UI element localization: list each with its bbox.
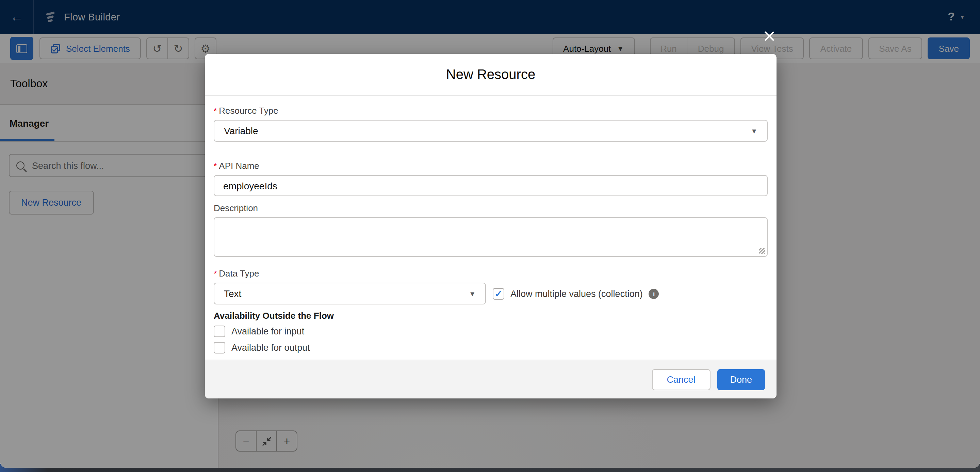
availability-heading: Availability Outside the Flow — [214, 311, 768, 321]
cancel-label: Cancel — [667, 374, 695, 384]
resource-type-combobox[interactable]: Variable ▼ — [214, 120, 768, 142]
modal-footer: Cancel Done — [205, 360, 776, 399]
new-resource-modal: New Resource * Resource Type Variable ▼ … — [205, 54, 776, 399]
required-asterisk: * — [214, 269, 217, 279]
description-textarea[interactable] — [214, 217, 768, 257]
available-for-input-label: Available for input — [231, 326, 304, 336]
required-asterisk: * — [214, 106, 217, 116]
done-button[interactable]: Done — [717, 369, 765, 390]
resource-type-label: * Resource Type — [214, 105, 768, 116]
api-name-input[interactable] — [214, 175, 768, 196]
caret-down-icon: ▼ — [469, 290, 476, 297]
allow-multiple-label: Allow multiple values (collection) — [511, 289, 643, 299]
available-for-output-checkbox[interactable]: ✓ — [214, 342, 225, 354]
modal-body: * Resource Type Variable ▼ * API Name De… — [205, 96, 776, 360]
required-asterisk: * — [214, 161, 217, 171]
close-modal-button[interactable]: × — [762, 27, 776, 44]
data-type-col: Text ▼ — [214, 283, 486, 305]
available-for-input-row: ✓ Available for input — [214, 325, 768, 337]
modal-title: New Resource — [446, 67, 535, 83]
screen: ← Flow Builder ? ▾ — [0, 0, 980, 472]
api-name-label: * API Name — [214, 161, 768, 171]
available-for-output-row: ✓ Available for output — [214, 342, 768, 354]
check-icon: ✓ — [495, 289, 502, 298]
data-type-value: Text — [224, 288, 241, 299]
done-label: Done — [730, 374, 752, 384]
resize-grip-icon[interactable] — [759, 248, 765, 254]
data-type-label: * Data Type — [214, 268, 768, 279]
caret-down-icon: ▼ — [751, 127, 757, 134]
available-for-input-checkbox[interactable]: ✓ — [214, 325, 225, 337]
resource-type-value: Variable — [224, 125, 258, 136]
info-icon[interactable]: i — [649, 289, 659, 299]
cancel-button[interactable]: Cancel — [652, 369, 710, 390]
available-for-output-label: Available for output — [231, 343, 310, 353]
data-type-row: Text ▼ ✓ Allow multiple values (collecti… — [214, 283, 768, 305]
allow-multiple-row: ✓ Allow multiple values (collection) i — [493, 283, 659, 305]
allow-multiple-checkbox[interactable]: ✓ — [493, 288, 504, 299]
data-type-combobox[interactable]: Text ▼ — [214, 283, 486, 305]
modal-header: New Resource — [205, 54, 776, 96]
close-icon: × — [762, 26, 776, 46]
description-label: Description — [214, 203, 768, 213]
